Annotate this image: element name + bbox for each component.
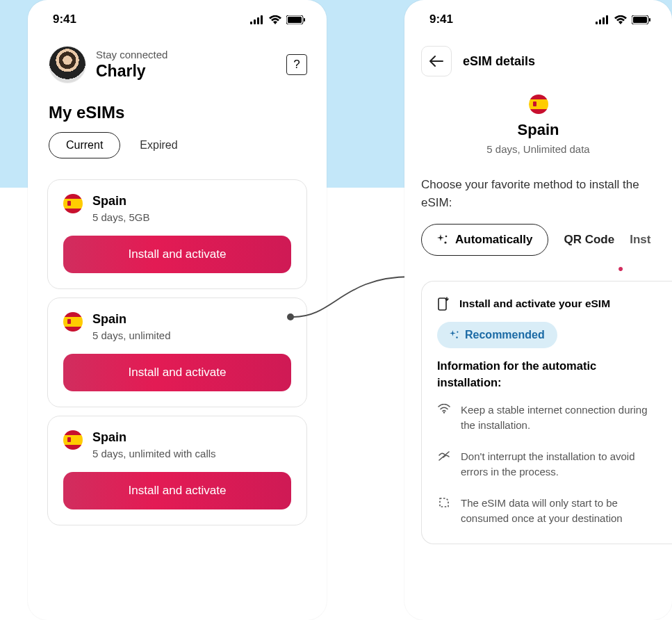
- install-activate-button[interactable]: Install and activate: [63, 472, 291, 509]
- detail-country: Spain: [404, 121, 672, 139]
- flag-spain-icon: [63, 430, 83, 450]
- svg-point-20: [443, 411, 445, 413]
- tip-text: Keep a stable internet connection during…: [461, 402, 657, 434]
- arrow-left-icon: [429, 56, 443, 67]
- svg-rect-3: [261, 15, 263, 24]
- svg-rect-1: [254, 19, 256, 24]
- svg-rect-17: [439, 298, 446, 310]
- no-interrupt-icon: [438, 450, 450, 462]
- flag-spain-icon: [63, 312, 83, 332]
- install-info-title: Install and activate your eSIM: [459, 297, 610, 310]
- esim-country: Spain: [92, 194, 150, 209]
- status-indicators: [250, 15, 306, 24]
- svg-rect-14: [649, 18, 650, 22]
- user-name: Charly: [96, 62, 286, 81]
- esim-card: Spain 5 days, 5GB Install and activate: [47, 179, 307, 289]
- svg-point-19: [456, 336, 457, 338]
- method-qr-code[interactable]: QR Code: [564, 233, 614, 247]
- greeting-text: Stay connected: [96, 49, 286, 60]
- status-time: 9:41: [53, 13, 76, 26]
- install-activate-button[interactable]: Install and activate: [63, 236, 291, 273]
- svg-rect-8: [596, 22, 598, 24]
- svg-rect-9: [599, 19, 601, 24]
- esim-tabs: Current Expired: [28, 132, 327, 171]
- method-automatically[interactable]: Automatically: [421, 224, 548, 256]
- esim-plan: 5 days, unlimited with calls: [92, 448, 216, 459]
- sim-outline-icon: [438, 497, 450, 508]
- svg-point-16: [444, 241, 446, 243]
- esim-country: Spain: [92, 430, 216, 445]
- country-summary: Spain 5 days, Unlimited data: [404, 82, 672, 159]
- flag-spain-icon: [529, 95, 548, 114]
- esim-card: Spain 5 days, unlimited Install and acti…: [47, 297, 307, 407]
- svg-point-15: [445, 236, 448, 238]
- status-time: 9:41: [429, 13, 453, 26]
- install-info-panel: Install and activate your eSIM Recommend…: [421, 281, 672, 544]
- help-icon: ?: [293, 58, 300, 72]
- wifi-icon: [269, 15, 281, 24]
- install-info-heading: Information for the automatic installati…: [437, 358, 657, 391]
- battery-icon: [286, 15, 306, 24]
- method-auto-label: Automatically: [455, 233, 532, 247]
- tab-current[interactable]: Current: [49, 132, 120, 158]
- profile-header: Stay connected Charly ?: [28, 32, 327, 86]
- svg-rect-5: [288, 17, 302, 23]
- status-bar: 9:41: [28, 0, 327, 32]
- method-install[interactable]: Inst: [630, 233, 650, 247]
- tip-text: The eSIM data will only start to be cons…: [461, 496, 657, 527]
- detail-plan: 5 days, Unlimited data: [404, 143, 672, 155]
- svg-rect-2: [257, 17, 259, 24]
- recommended-label: Recommended: [465, 329, 545, 341]
- wifi-icon: [438, 404, 450, 414]
- tab-expired[interactable]: Expired: [140, 139, 177, 152]
- status-bar: 9:41: [404, 0, 672, 32]
- install-method-tabs: Automatically QR Code Inst: [404, 224, 672, 256]
- page-title: eSIM details: [463, 54, 535, 69]
- sparkle-icon: [450, 330, 459, 340]
- phone-install-icon: [437, 297, 450, 311]
- recommended-badge: Recommended: [437, 322, 557, 348]
- install-tip: Keep a stable internet connection during…: [437, 402, 657, 434]
- svg-rect-10: [603, 17, 605, 24]
- details-header: eSIM details: [404, 32, 672, 82]
- phone-esim-details: 9:41 eSIM details Spain 5 days, Unlimite…: [404, 0, 672, 620]
- svg-rect-13: [633, 17, 647, 23]
- esim-plan: 5 days, 5GB: [92, 211, 150, 223]
- sparkle-icon: [437, 234, 448, 245]
- install-tip: Don't interrupt the installation to avoi…: [437, 449, 657, 480]
- help-button[interactable]: ?: [286, 54, 307, 75]
- svg-rect-0: [250, 22, 252, 24]
- esim-card: Spain 5 days, unlimited with calls Insta…: [47, 416, 307, 525]
- status-indicators: [596, 15, 651, 24]
- avatar[interactable]: [49, 46, 86, 83]
- flag-spain-icon: [63, 194, 83, 213]
- carousel-indicator: •: [404, 256, 672, 274]
- esim-plan: 5 days, unlimited: [92, 329, 171, 341]
- svg-rect-11: [606, 15, 608, 24]
- cellular-icon: [250, 15, 264, 24]
- cellular-icon: [596, 15, 609, 24]
- phone-esim-list: 9:41 Stay connected Charly ? My eSIMs Cu…: [28, 0, 327, 620]
- svg-rect-6: [304, 18, 305, 22]
- svg-point-18: [457, 332, 458, 333]
- back-button[interactable]: [421, 46, 452, 76]
- install-tip: The eSIM data will only start to be cons…: [437, 496, 657, 527]
- battery-icon: [632, 15, 651, 24]
- install-activate-button[interactable]: Install and activate: [63, 354, 291, 391]
- install-method-prompt: Choose your favorite method to install t…: [404, 159, 672, 224]
- tip-text: Don't interrupt the installation to avoi…: [461, 449, 657, 480]
- section-title: My eSIMs: [28, 86, 327, 132]
- wifi-icon: [614, 15, 627, 24]
- esim-country: Spain: [92, 312, 171, 327]
